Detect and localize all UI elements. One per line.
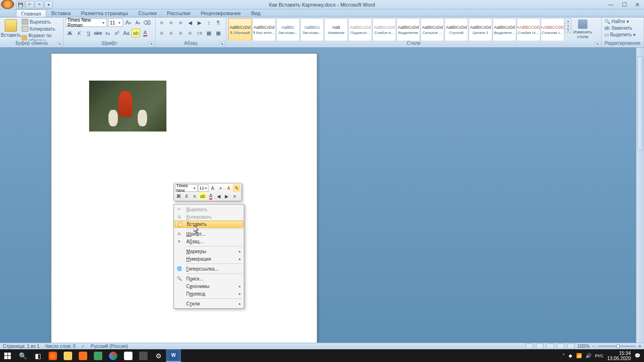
style-item[interactable]: AaBbCcDdСтрогий (445, 18, 468, 41)
clear-formatting-button[interactable]: ⌫ (143, 18, 151, 27)
mini-bold[interactable]: Ж (175, 192, 182, 200)
italic-button[interactable]: К (75, 29, 83, 37)
font-name-selector[interactable]: Times New Roman▼ (66, 18, 107, 27)
close-button[interactable]: ✕ (633, 1, 642, 8)
underline-button[interactable]: Ч (84, 29, 93, 37)
ctx-synonyms[interactable]: Синонимы▸ (174, 282, 244, 290)
tab-insert[interactable]: Вставка (46, 9, 76, 17)
font-size-selector[interactable]: 11▼ (108, 18, 123, 27)
mini-italic[interactable]: К (183, 192, 190, 200)
mini-decrease-indent[interactable]: ◀ (215, 192, 223, 200)
taskbar-app2[interactable] (136, 349, 151, 362)
start-button[interactable] (0, 349, 15, 362)
mini-highlight[interactable]: ab (199, 192, 206, 200)
style-item[interactable]: AaBbCЗаголово... (276, 18, 300, 41)
ctx-numbering[interactable]: Нумерация▸ (174, 255, 244, 263)
taskbar-store[interactable] (121, 349, 136, 362)
minimize-button[interactable]: — (606, 1, 616, 8)
tray-app-icon[interactable]: ◆ (569, 353, 572, 358)
style-item[interactable]: AaBbCcDdПодзагол... (348, 18, 372, 41)
ctx-paragraph[interactable]: ≡Абзац... (174, 238, 244, 245)
decrease-indent-button[interactable]: ◀ (186, 18, 194, 27)
draft-view[interactable] (567, 344, 575, 349)
paste-button[interactable]: Вставить (2, 18, 20, 38)
ctx-lookup[interactable]: 🔍Поиск... (174, 275, 244, 282)
tray-network-icon[interactable]: 📶 (576, 353, 582, 358)
tray-clock[interactable]: 15:34 13.06.2020 (607, 351, 631, 361)
sort-button[interactable]: ↕ (205, 18, 213, 27)
save-button[interactable]: 💾 (16, 1, 25, 8)
tab-mailings[interactable]: Рассылки (162, 9, 195, 17)
shading-button[interactable]: ▦ (205, 29, 213, 37)
search-button[interactable]: 🔍 (15, 349, 30, 362)
mini-increase-indent[interactable]: ▶ (223, 192, 231, 200)
inserted-image[interactable] (89, 81, 166, 132)
style-item[interactable]: AaBbCcDdСильное ... (421, 18, 444, 41)
mini-format-painter[interactable]: ✎ (233, 184, 240, 192)
mini-shrink-font[interactable]: A (217, 184, 224, 192)
tab-review[interactable]: Рецензирование (196, 9, 246, 17)
align-center-button[interactable]: ≡ (167, 29, 175, 37)
mini-font-selector[interactable]: Times New▼ (175, 184, 198, 192)
taskbar-vlc[interactable] (75, 349, 91, 362)
subscript-button[interactable]: x₂ (103, 29, 112, 37)
replace-button[interactable]: abЗаменить (603, 25, 633, 31)
tray-volume-icon[interactable]: 🔊 (586, 353, 591, 358)
select-button[interactable]: ▭Выделить ▾ (603, 32, 636, 38)
undo-button[interactable]: ↶ (25, 1, 34, 8)
change-case-button[interactable]: Aa (122, 29, 131, 37)
style-item[interactable]: AaBНазвание (324, 18, 348, 41)
gallery-down-button[interactable]: ▾ (565, 23, 571, 28)
zoom-in-button[interactable]: + (638, 344, 641, 349)
show-hide-button[interactable]: ¶ (214, 18, 223, 27)
print-layout-view[interactable] (526, 344, 533, 349)
mini-center[interactable]: ≡ (191, 192, 198, 200)
line-spacing-button[interactable]: ↕≡ (195, 29, 204, 37)
language-indicator[interactable]: Русский (Россия) (91, 344, 128, 349)
tray-chevron-icon[interactable]: ˄ (562, 353, 565, 358)
style-item[interactable]: AaBbCcЗаголово... (300, 18, 324, 41)
ctx-font[interactable]: AШрифт... (174, 230, 244, 238)
mini-styles-button[interactable]: A (225, 184, 232, 192)
shrink-font-button[interactable]: A▾ (133, 18, 142, 27)
taskbar-explorer[interactable] (60, 349, 75, 362)
bullets-button[interactable]: ≡ (157, 18, 166, 27)
taskbar-settings[interactable]: ⚙ (151, 349, 166, 362)
tray-notifications-icon[interactable]: 💬 (635, 353, 640, 358)
redo-button[interactable]: ↷ (35, 1, 43, 8)
style-item[interactable]: AaBbCcDdЦитата 2 (469, 18, 492, 41)
scroll-thumb[interactable] (637, 56, 643, 150)
zoom-slider[interactable] (598, 346, 636, 347)
styles-dialog-launcher[interactable]: ⬊ (595, 41, 600, 47)
ctx-hyperlink[interactable]: 🌐Гиперссылка... (174, 265, 244, 272)
vertical-scrollbar[interactable] (636, 48, 644, 349)
style-item[interactable]: AABBCCDDСлабая сс... (517, 18, 540, 41)
align-right-button[interactable]: ≡ (176, 29, 185, 37)
mini-size-selector[interactable]: 11▼ (198, 184, 208, 192)
align-left-button[interactable]: ≡ (157, 29, 166, 37)
task-view-button[interactable]: ◧ (30, 349, 45, 362)
numbering-button[interactable]: ≡ (167, 18, 175, 27)
increase-indent-button[interactable]: ▶ (195, 18, 204, 27)
clipboard-dialog-launcher[interactable]: ⬊ (57, 41, 62, 47)
strikethrough-button[interactable]: abc (94, 29, 102, 37)
find-button[interactable]: 🔍Найти ▾ (603, 18, 630, 25)
multilevel-button[interactable]: ≡ (176, 18, 185, 27)
tray-language[interactable]: РУС (595, 354, 603, 358)
tab-home[interactable]: Главная (16, 9, 46, 17)
gallery-more-button[interactable]: ⊽ (565, 28, 571, 33)
ctx-bullets[interactable]: Маркеры▸ (174, 247, 244, 255)
style-item[interactable]: AaBbCcDdСлабое в... (372, 18, 396, 41)
copy-button[interactable]: Копировать (21, 25, 61, 32)
outline-view[interactable] (557, 344, 564, 349)
highlight-button[interactable]: ab (132, 29, 140, 37)
change-styles-button[interactable]: Изменить стили (571, 18, 594, 40)
style-item[interactable]: AaBbCcDd¶ Обычный (228, 18, 252, 41)
full-screen-view[interactable] (536, 344, 544, 349)
paragraph-dialog-launcher[interactable]: ⬊ (220, 41, 225, 47)
zoom-level[interactable]: 100% (578, 344, 590, 349)
taskbar-word[interactable]: W (166, 349, 181, 362)
mini-font-color[interactable]: A (207, 192, 215, 200)
tab-view[interactable]: Вид (246, 9, 266, 17)
styles-gallery[interactable]: AaBbCcDd¶ ОбычныйAaBbCcDd¶ Без инте...Aa… (228, 18, 564, 41)
